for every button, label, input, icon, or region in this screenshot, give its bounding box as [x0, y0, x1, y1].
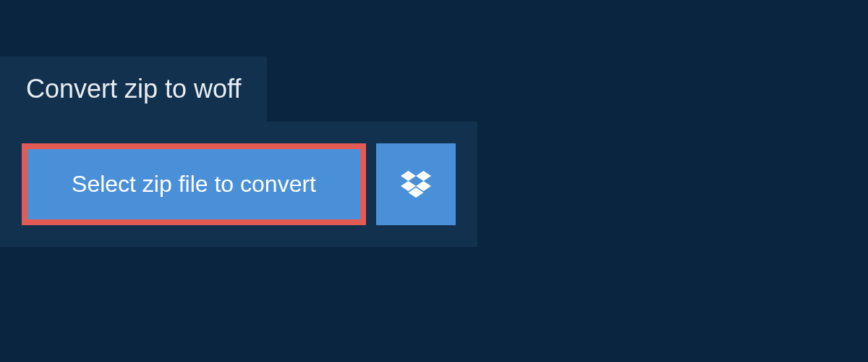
select-file-button[interactable]: Select zip file to convert [22, 143, 366, 225]
dropbox-icon [401, 171, 431, 198]
page-title: Convert zip to woff [26, 74, 241, 104]
content-panel: Select zip file to convert [0, 122, 477, 247]
dropbox-source-button[interactable] [376, 143, 456, 225]
tab-header: Convert zip to woff [0, 56, 267, 122]
select-file-label: Select zip file to convert [72, 171, 316, 198]
